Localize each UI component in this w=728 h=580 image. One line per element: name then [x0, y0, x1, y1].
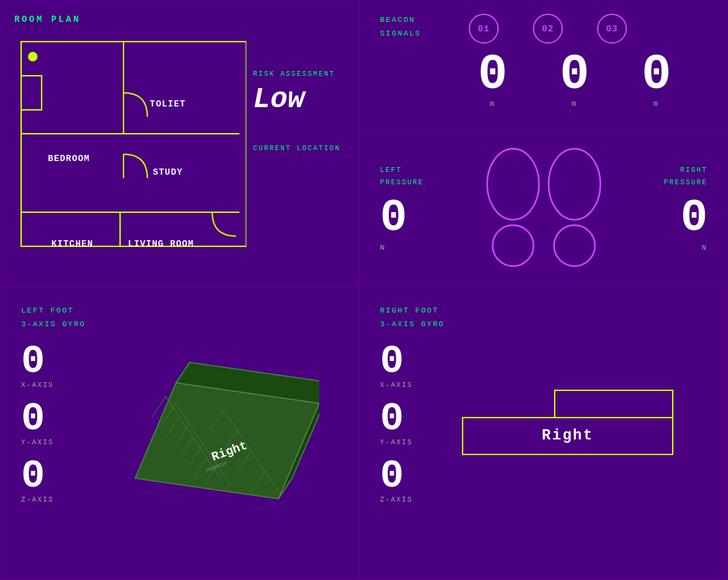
right-gyro-z: 0 Z-AXIS	[380, 456, 448, 504]
beacon-unit-1: m	[462, 100, 523, 108]
right-y-value: 0	[380, 399, 448, 439]
room-canvas: BEDROOM TOLIET STUDY KITCHEN LIVING ROOM	[14, 35, 246, 253]
right-shoe-label: Right	[542, 427, 594, 444]
shoe-bottom-rect: Right	[462, 417, 673, 455]
left-gyro-y: 0 Y-AXIS	[21, 399, 89, 446]
left-gyro-z: 0 Z-AXIS	[21, 456, 89, 504]
right-z-value: 0	[380, 456, 448, 496]
svg-text:LIVING ROOM: LIVING ROOM	[128, 239, 194, 249]
beacon-badge-1: 01	[469, 14, 499, 44]
beacon-val-3: 0	[626, 50, 687, 100]
left-gyro-x: 0 X-AXIS	[21, 342, 89, 389]
svg-marker-19	[135, 383, 319, 499]
right-pressure-unit: N	[619, 244, 708, 252]
beacon-unit-3: m	[626, 100, 687, 108]
right-x-label: X-AXIS	[380, 381, 448, 389]
right-gyro-x: 0 X-AXIS	[380, 342, 448, 389]
left-pressure-value: 0	[380, 196, 469, 241]
left-shoe-visual: Right #0A0DCEF	[103, 342, 338, 506]
foot-svg	[469, 143, 619, 273]
svg-point-18	[554, 225, 595, 266]
left-gyro-panel: LEFT FOOT 3-AXIS GYRO 0 X-AXIS 0 Y-AXIS …	[0, 287, 359, 580]
shoe-top-rect	[554, 390, 673, 418]
beacon-unit-2: m	[544, 100, 605, 108]
right-pressure-value: 0	[619, 196, 708, 241]
svg-point-15	[487, 149, 539, 220]
beacon-badge-3: 03	[597, 14, 627, 44]
right-gyro-title: RIGHT FOOT 3-AXIS GYRO	[380, 304, 707, 332]
svg-text:BEDROOM: BEDROOM	[48, 154, 90, 164]
main-grid: ROOM PLAN BEDROOM TOLIET STUDY KITCHEN L…	[0, 0, 728, 580]
right-y-label: Y-AXIS	[380, 439, 448, 446]
left-z-value: 0	[21, 456, 89, 496]
left-pressure-label: LEFTPRESSURE	[380, 164, 469, 189]
right-top-area: BEACON SIGNALS 01 02 03 0 m 0	[359, 0, 728, 287]
left-x-value: 0	[21, 342, 89, 381]
svg-text:STUDY: STUDY	[153, 167, 183, 177]
svg-text:KITCHEN: KITCHEN	[51, 239, 93, 249]
left-y-value: 0	[21, 399, 89, 439]
risk-label: RISK ASSESSMENT	[253, 69, 340, 80]
right-gyro-panel: RIGHT FOOT 3-AXIS GYRO 0 X-AXIS 0 Y-AXIS…	[359, 287, 728, 580]
beacon-val-2: 0	[544, 50, 605, 100]
room-plan-title: ROOM PLAN	[14, 14, 345, 25]
svg-point-17	[549, 149, 600, 220]
svg-text:TOLIET: TOLIET	[150, 99, 186, 109]
svg-rect-14	[21, 76, 42, 110]
right-pressure-label: RIGHTPRESSURE	[619, 164, 708, 189]
beacon-panel: BEACON SIGNALS 01 02 03 0 m 0	[360, 0, 728, 130]
left-z-label: Z-AXIS	[21, 496, 89, 504]
right-z-label: Z-AXIS	[380, 496, 448, 504]
room-svg: BEDROOM TOLIET STUDY KITCHEN LIVING ROOM	[14, 35, 246, 253]
left-y-label: Y-AXIS	[21, 439, 89, 446]
left-x-label: X-AXIS	[21, 381, 89, 389]
left-pressure-unit: N	[380, 244, 469, 252]
beacon-val-1: 0	[462, 50, 523, 100]
beacon-title: BEACON SIGNALS	[380, 14, 441, 41]
right-gyro-y: 0 Y-AXIS	[380, 399, 448, 446]
beacon-badge-2: 02	[533, 14, 563, 44]
svg-point-16	[493, 225, 534, 266]
right-shoe-visual: Right	[462, 342, 707, 485]
risk-value: Low	[253, 83, 340, 116]
left-gyro-title: LEFT FOOT 3-AXIS GYRO	[21, 304, 338, 332]
location-label: CURRENT LOCATION	[253, 143, 340, 154]
right-x-value: 0	[380, 342, 448, 381]
room-plan-panel: ROOM PLAN BEDROOM TOLIET STUDY KITCHEN L…	[0, 0, 359, 287]
foot-diagram	[469, 143, 619, 273]
pressure-panel: LEFTPRESSURE 0 N	[360, 130, 728, 287]
left-shoe-svg: Right #0A0DCEF	[121, 349, 319, 506]
